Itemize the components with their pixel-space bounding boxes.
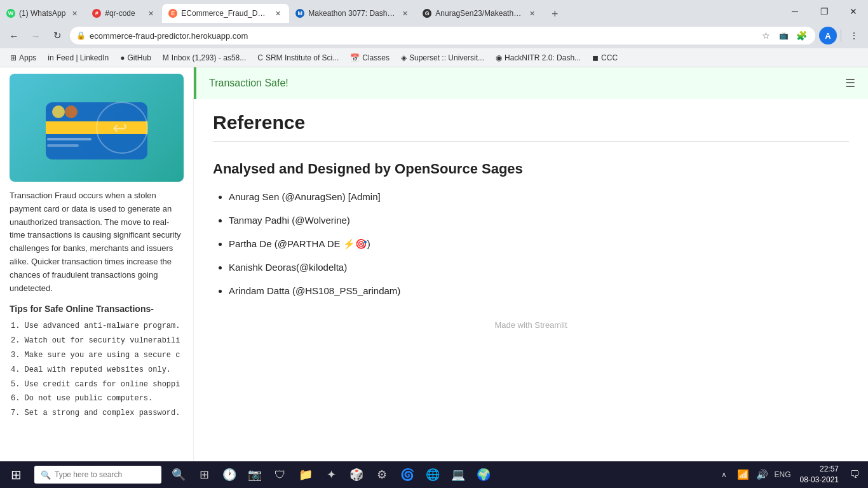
tips-list-item: 4. Deal with reputed websites only. xyxy=(10,363,184,377)
bookmark-label: Feed | LinkedIn xyxy=(57,53,109,62)
bookmark-inbox-(1,293)---as58...[interactable]: MInbox (1,293) - as58... xyxy=(158,52,251,64)
author-list-item: Arindam Datta (@HS108_PS5_arindam) xyxy=(229,284,849,297)
extensions-icon[interactable]: 🧩 xyxy=(794,28,809,43)
bookmark-label: Apps xyxy=(19,53,36,62)
close-button[interactable]: ✕ xyxy=(839,0,868,23)
maximize-button[interactable]: ❐ xyxy=(810,0,839,23)
tab-close-qr-code[interactable]: ✕ xyxy=(146,8,156,18)
taskbar: ⊞ 🔍 🔍⊞🕐📷🛡📁✦🎲⚙🌀🌐💻🌍 ∧ 📶 🔊 ENG 22:57 08-03-… xyxy=(0,461,868,488)
bookmark-github[interactable]: ●GitHub xyxy=(115,52,156,64)
notification-button[interactable]: 🗨 xyxy=(845,461,864,488)
bookmark-label: HackNITR 2.0: Dash... xyxy=(505,53,581,62)
task-grid-icon[interactable]: ⊞ xyxy=(192,461,216,488)
url-text: ecommerce-fraud-predictor.herokuapp.com xyxy=(90,31,754,41)
bookmark-label: SRM Institute of Sci... xyxy=(266,53,339,62)
profile-icon[interactable]: A xyxy=(819,27,837,44)
address-bar: ← → ↻ 🔒 ecommerce-fraud-predictor.heroku… xyxy=(0,23,868,48)
task-shield-icon[interactable]: 🛡 xyxy=(268,461,292,488)
task-swirl-icon[interactable]: 🌀 xyxy=(395,461,419,488)
back-button[interactable]: ← xyxy=(5,27,23,44)
tab-makeathon[interactable]: M Makeathon 3077: Dashboard | ✕ xyxy=(289,4,416,23)
task-camera-icon[interactable]: 📷 xyxy=(243,461,267,488)
bookmark-icon: in xyxy=(48,53,53,62)
cast-icon[interactable]: 📺 xyxy=(776,28,791,43)
volume-icon[interactable]: 🔊 xyxy=(753,463,772,487)
hamburger-menu-icon[interactable]: ☰ xyxy=(845,76,855,90)
tab-close-github[interactable]: ✕ xyxy=(527,8,537,18)
bookmark-icon: M xyxy=(163,53,169,62)
task-game-icon[interactable]: 🎲 xyxy=(344,461,369,488)
time-display[interactable]: 22:57 08-03-2021 xyxy=(795,464,844,485)
reload-button[interactable]: ↻ xyxy=(48,27,66,44)
author-list-item: Tanmay Padhi (@Wolverine) xyxy=(229,214,849,227)
bookmark-label: Superset :: Universit... xyxy=(409,53,484,62)
bookmark-icon: C xyxy=(257,53,263,62)
taskbar-search[interactable]: 🔍 xyxy=(34,466,161,484)
bookmark-icon: 📅 xyxy=(350,53,360,62)
tab-bar: W (1) WhatsApp ✕ # #qr-code ✕ E ECommerc… xyxy=(0,0,868,23)
forward-button[interactable]: → xyxy=(27,27,44,44)
page-footer: Made with Streamlit xyxy=(213,308,849,342)
bookmark-icon: ⊞ xyxy=(10,53,17,62)
chevron-up-icon[interactable]: ∧ xyxy=(715,463,734,487)
url-bar[interactable]: 🔒 ecommerce-fraud-predictor.herokuapp.co… xyxy=(70,27,815,44)
new-tab-button[interactable]: + xyxy=(546,5,564,23)
search-input[interactable] xyxy=(55,470,144,479)
svg-point-2 xyxy=(52,105,65,118)
svg-point-3 xyxy=(65,105,78,118)
taskbar-app-icons: 🔍⊞🕐📷🛡📁✦🎲⚙🌀🌐💻🌍 xyxy=(166,461,496,488)
minimize-button[interactable]: ─ xyxy=(780,0,810,23)
tab-whatsapp[interactable]: W (1) WhatsApp ✕ xyxy=(0,4,86,23)
clock-date: 08-03-2021 xyxy=(800,475,839,485)
tips-list-item: 6. Do not use public computers. xyxy=(10,391,184,406)
bookmark-star-icon[interactable]: ☆ xyxy=(758,28,773,43)
bookmark-superset-::-universit...[interactable]: ◈Superset :: Universit... xyxy=(396,52,489,64)
authors-list: Anurag Sen (@AnuragSen) [Admin]Tanmay Pa… xyxy=(213,190,849,297)
svg-rect-7 xyxy=(47,144,79,147)
tab-close-makeathon[interactable]: ✕ xyxy=(400,8,410,18)
tips-list: 1. Use advanced anti-malware program.2. … xyxy=(10,319,184,421)
extensions-menu-icon[interactable]: ⋮ xyxy=(845,27,863,44)
task-monitor-icon[interactable]: 💻 xyxy=(446,461,470,488)
bookmark-hacknitr-2.0:-dash...[interactable]: ◉HackNITR 2.0: Dash... xyxy=(491,52,586,64)
tips-title: Tips for Safe Online Transactions- xyxy=(10,304,184,314)
browser-chrome: W (1) WhatsApp ✕ # #qr-code ✕ E ECommerc… xyxy=(0,0,868,67)
search-icon: 🔍 xyxy=(41,470,51,480)
bookmark-ccc[interactable]: ◼CCC xyxy=(587,52,623,64)
task-globe-icon[interactable]: 🌐 xyxy=(421,461,445,488)
tab-ecommerce[interactable]: E ECommerce_Fraud_Detector · ✕ xyxy=(162,4,289,23)
bookmark-icon: ● xyxy=(120,53,125,62)
tab-label-whatsapp: (1) WhatsApp xyxy=(19,9,65,18)
tab-close-ecommerce[interactable]: ✕ xyxy=(273,8,283,18)
bookmark-label: GitHub xyxy=(127,53,151,62)
sidebar-illustration: ↩ xyxy=(10,74,184,182)
bookmark-label: Inbox (1,293) - as58... xyxy=(172,53,246,62)
tab-close-whatsapp[interactable]: ✕ xyxy=(69,8,79,18)
tab-label-ecommerce: ECommerce_Fraud_Detector · xyxy=(181,9,269,18)
bookmark-classes[interactable]: 📅Classes xyxy=(345,52,395,64)
task-search-icon[interactable]: 🔍 xyxy=(166,461,191,488)
task-world-icon[interactable]: 🌍 xyxy=(471,461,496,488)
author-list-item: Anurag Sen (@AnuragSen) [Admin] xyxy=(229,190,849,203)
task-clock-icon[interactable]: 🕐 xyxy=(217,461,241,488)
svg-rect-6 xyxy=(47,138,92,140)
bookmark-label: CCC xyxy=(601,53,618,62)
bookmark-srm-institute-of-sci...[interactable]: CSRM Institute of Sci... xyxy=(252,52,344,64)
authors-section-title: Analysed and Designed by OpenSource Sage… xyxy=(213,161,849,177)
task-settings-icon[interactable]: ⚙ xyxy=(370,461,394,488)
start-button[interactable]: ⊞ xyxy=(0,461,32,488)
tab-qr-code[interactable]: # #qr-code ✕ xyxy=(86,4,162,23)
task-star-icon[interactable]: ✦ xyxy=(319,461,343,488)
task-folder-icon[interactable]: 📁 xyxy=(294,461,318,488)
tips-list-item: 2. Watch out for security vulnerabili xyxy=(10,334,184,348)
network-icon[interactable]: 📶 xyxy=(734,463,753,487)
sidebar: ↩ Transaction Fraud occurs when a stolen… xyxy=(0,67,194,461)
tab-label-qr-code: #qr-code xyxy=(105,9,142,18)
bookmark-feed-|-linkedin[interactable]: inFeed | LinkedIn xyxy=(43,52,114,64)
tab-github[interactable]: G AnuragSen23/Makeathon3077 ✕ xyxy=(416,4,543,23)
language-label[interactable]: ENG xyxy=(772,470,794,479)
bookmark-apps[interactable]: ⊞Apps xyxy=(5,52,41,64)
content-area: ↩ Transaction Fraud occurs when a stolen… xyxy=(0,67,868,461)
tab-label-makeathon: Makeathon 3077: Dashboard | xyxy=(308,9,396,18)
taskbar-right: ∧ 📶 🔊 ENG 22:57 08-03-2021 🗨 xyxy=(715,461,868,488)
